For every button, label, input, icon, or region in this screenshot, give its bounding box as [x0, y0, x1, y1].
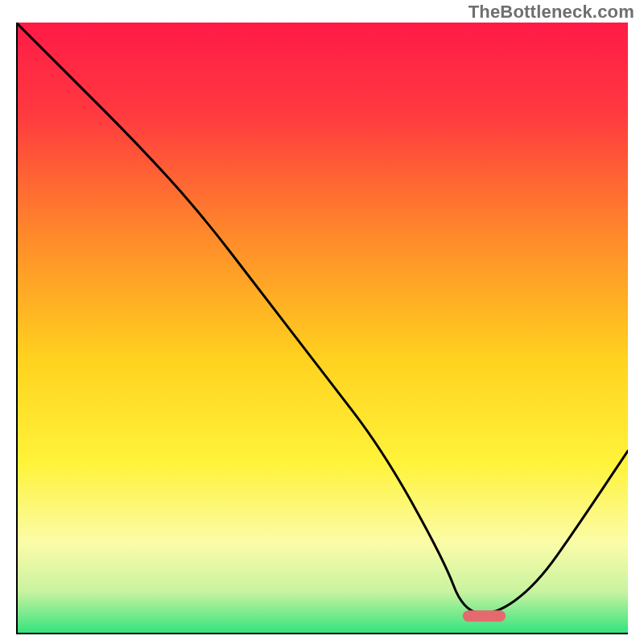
- chart-svg: [16, 23, 628, 634]
- optimal-marker: [463, 610, 506, 621]
- plot-area: [16, 23, 628, 634]
- watermark-text: TheBottleneck.com: [469, 2, 634, 23]
- chart-container: TheBottleneck.com: [0, 0, 644, 644]
